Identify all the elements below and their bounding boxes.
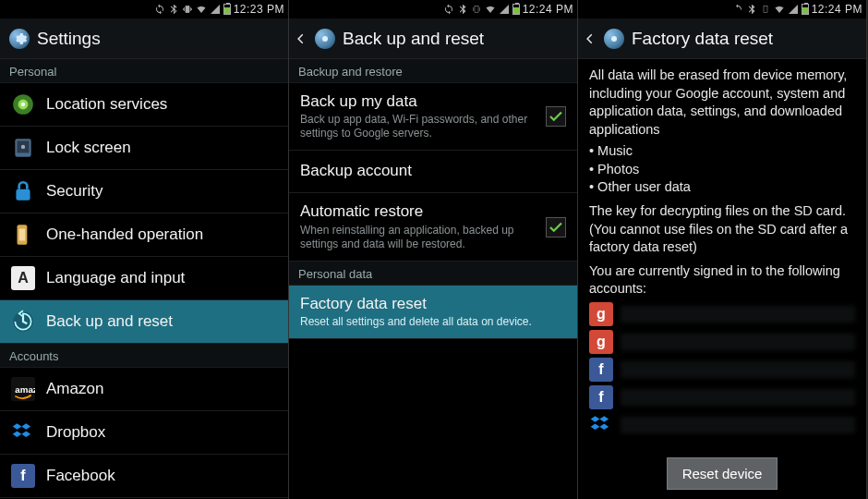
lock-screen-icon [11,136,35,160]
location-icon [11,92,35,116]
row-label: Factory data reset [300,295,566,313]
row-language-input[interactable]: A Language and input [0,257,288,300]
row-account-facebook[interactable]: f Facebook [0,455,288,498]
row-back-up-my-data[interactable]: Back up my data Back up app data, Wi-Fi … [289,83,577,151]
screen-settings: 12:23 PM Settings Personal Location serv… [0,0,289,499]
account-email-redacted [621,361,855,378]
row-automatic-restore[interactable]: Automatic restore When reinstalling an a… [289,193,577,261]
signal-icon [499,4,510,15]
warning-text-1: All data will be erased from device memo… [589,67,855,139]
status-time: 12:24 PM [523,3,573,16]
account-google-2: g [589,330,855,354]
backup-reset-icon [11,310,35,334]
section-accounts: Accounts [0,344,288,368]
account-dropbox [589,413,855,437]
dropbox-icon [589,413,613,437]
row-label: Amazon [46,380,277,398]
lock-icon [11,179,35,203]
status-time: 12:24 PM [812,3,862,16]
svg-point-2 [21,103,25,106]
signal-icon [788,4,799,15]
facebook-icon: f [11,464,35,488]
vibrate-icon [760,4,771,15]
wifi-icon [196,4,207,15]
page-title: Settings [37,29,101,49]
account-email-redacted [621,334,855,350]
row-label: Backup account [300,162,566,180]
bullet-list: Music Photos Other user data [589,142,855,197]
one-handed-icon [11,223,35,247]
section-personal: Personal [0,59,288,83]
vibrate-icon [182,4,193,15]
account-facebook-2: f [589,385,855,409]
facebook-icon: f [589,385,613,409]
reset-device-button[interactable]: Reset device [667,457,778,490]
svg-rect-6 [16,189,30,201]
google-icon: g [589,330,613,354]
google-icon: g [589,302,613,326]
amazon-icon: amazon [11,377,35,401]
row-label: Back up and reset [46,312,277,331]
row-label: Language and input [46,269,277,287]
settings-gear-icon [9,29,30,49]
button-bar: Reset device [578,448,866,499]
page-title: Factory data reset [632,29,773,49]
svg-text:amazon: amazon [15,384,35,395]
checkbox[interactable] [546,106,566,127]
row-security[interactable]: Security [0,170,288,213]
back-icon[interactable] [584,18,597,59]
wifi-icon [774,4,785,15]
row-label: Dropbox [46,423,277,442]
checkbox[interactable] [546,217,566,237]
screen-factory-reset: 12:24 PM Factory data reset All data wil… [578,0,867,499]
row-back-up-and-reset[interactable]: Back up and reset [0,300,288,344]
row-label: Location services [46,95,277,114]
bluetooth-icon [746,4,757,15]
row-account-dropbox[interactable]: Dropbox [0,411,288,455]
row-label: Security [46,182,277,201]
section-personal-data: Personal data [289,262,577,286]
battery-icon [802,4,809,15]
header[interactable]: Back up and reset [289,18,577,59]
row-label: One-handed operation [46,225,277,244]
back-icon[interactable] [295,18,307,59]
settings-gear-icon [315,29,335,49]
account-facebook-1: f [589,358,855,382]
row-sub: When reinstalling an application, backed… [300,224,535,251]
bullet-item: Other user data [589,178,855,197]
bluetooth-icon [457,4,468,15]
vibrate-icon [471,4,482,15]
account-email-redacted [621,417,855,433]
page-title: Back up and reset [343,29,484,49]
row-account-amazon[interactable]: amazon Amazon [0,368,288,411]
header[interactable]: Factory data reset [578,18,866,59]
facebook-icon: f [589,358,613,382]
svg-rect-8 [19,229,26,241]
row-backup-account[interactable]: Backup account [289,151,577,193]
sync-icon [443,4,454,15]
dropbox-icon [11,420,35,444]
screen-backup-reset: 12:24 PM Back up and reset Backup and re… [289,0,578,499]
language-icon: A [11,266,35,290]
body-content: All data will be erased from device memo… [578,59,866,448]
account-google-1: g [589,302,855,326]
account-email-redacted [621,389,855,406]
status-time: 12:23 PM [234,3,284,16]
bullet-item: Photos [589,161,855,179]
signed-in-text: You are currently signed in to the follo… [589,262,855,298]
row-label: Facebook [46,467,277,485]
settings-gear-icon [604,29,624,49]
sync-icon [154,4,165,15]
row-label: Lock screen [46,139,277,157]
bluetooth-icon [168,4,179,15]
row-lock-screen[interactable]: Lock screen [0,127,288,170]
battery-icon [512,4,520,15]
status-bar: 12:23 PM [0,0,288,18]
svg-rect-11 [475,6,478,13]
svg-rect-12 [764,6,767,13]
row-location-services[interactable]: Location services [0,83,288,127]
row-factory-data-reset[interactable]: Factory data reset Reset all settings an… [289,286,577,339]
row-label: Back up my data [300,92,535,111]
row-one-handed[interactable]: One-handed operation [0,213,288,257]
section-backup-restore: Backup and restore [289,59,577,83]
